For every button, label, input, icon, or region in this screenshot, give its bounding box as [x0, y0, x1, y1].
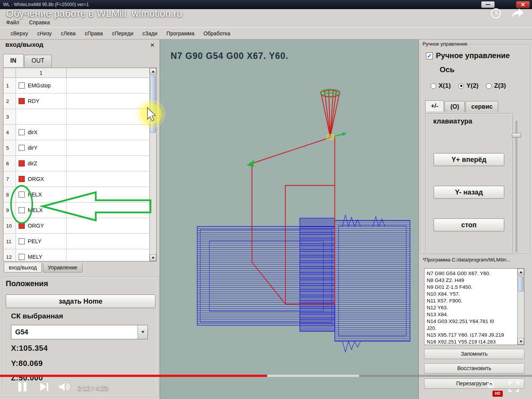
- jog-tabs: +/- (О) сервис: [425, 101, 499, 112]
- io-label: ORGX: [28, 176, 44, 182]
- manual-enable-checkbox[interactable]: ✓: [426, 52, 433, 59]
- video-title[interactable]: Обучение работе в WLMill. wlmotion.ru: [6, 8, 182, 19]
- io-checkbox[interactable]: [19, 223, 25, 229]
- io-table-scrollbar[interactable]: [149, 68, 156, 261]
- toolbar-processing[interactable]: Обработка: [203, 30, 230, 36]
- io-checkbox[interactable]: [19, 238, 25, 244]
- io-checkbox[interactable]: [19, 98, 25, 104]
- toolbar-view-front[interactable]: сПереди: [112, 30, 133, 36]
- positions-title: Положения: [3, 279, 158, 288]
- radio-axis-z[interactable]: Z(3): [486, 82, 506, 90]
- radio-dot[interactable]: [431, 83, 436, 89]
- io-checkbox[interactable]: [19, 192, 25, 198]
- table-row[interactable]: 2RDY: [3, 93, 156, 109]
- toolbar-program[interactable]: Программа: [166, 30, 194, 36]
- io-checkbox[interactable]: [19, 207, 25, 213]
- tab-o[interactable]: (О): [445, 101, 465, 112]
- tab-service[interactable]: сервис: [466, 101, 498, 112]
- row-number: 12: [3, 249, 16, 261]
- share-icon[interactable]: [511, 8, 524, 19]
- tool-position-marker: [247, 132, 347, 167]
- stop-button[interactable]: стоп: [434, 218, 504, 231]
- radio-dot[interactable]: [458, 83, 464, 89]
- fullscreen-icon[interactable]: [508, 382, 519, 392]
- x-position-value: X:105.354: [11, 344, 48, 353]
- table-row[interactable]: 5dirY: [3, 140, 156, 156]
- program-text-area[interactable]: N7 G90 G54 G00 X67. Y60. N8 G43 Z2. H49 …: [424, 268, 524, 345]
- pause-icon[interactable]: [17, 382, 27, 392]
- scroll-up-icon[interactable]: [150, 68, 156, 74]
- table-row[interactable]: 6dirZ: [3, 156, 156, 171]
- video-progress-track[interactable]: [0, 375, 532, 377]
- io-checkbox[interactable]: [19, 176, 25, 182]
- gcode-line: N14 G03 X92.251 Y64.781 I0: [427, 318, 516, 325]
- chevron-down-icon[interactable]: [138, 325, 147, 339]
- speed-slider-track[interactable]: [516, 121, 517, 252]
- axis-radio-group: X(1) Y(2) Z(3): [431, 82, 506, 90]
- radio-axis-x[interactable]: X(1): [431, 82, 451, 90]
- manual-group-caption: Ручное управление: [421, 41, 469, 47]
- io-label: dirY: [28, 145, 38, 151]
- next-icon[interactable]: [40, 382, 49, 392]
- tab-out[interactable]: OUT: [24, 55, 52, 68]
- menu-help[interactable]: Справка: [29, 19, 50, 25]
- io-table: 1 1EMGstop 2RDY 3 4dirX 5dirY 6dirZ 7ORG…: [3, 68, 157, 261]
- toolbar-view-back[interactable]: сЗади: [142, 30, 157, 36]
- scrollbar-thumb[interactable]: [518, 276, 524, 291]
- io-checkbox[interactable]: [19, 129, 25, 135]
- tab-in[interactable]: IN: [3, 54, 24, 67]
- table-row[interactable]: 7ORGX: [3, 171, 156, 187]
- toolpath-viewport[interactable]: N7 G90 G54 G00 X67. Y60.: [160, 40, 419, 399]
- minimize-button[interactable]: [481, 1, 495, 8]
- table-row[interactable]: 4dirX: [3, 125, 156, 140]
- io-label: PELX: [28, 192, 42, 198]
- tab-plus-minus[interactable]: +/-: [425, 100, 444, 111]
- toolbar-view-left[interactable]: сЛева: [61, 30, 76, 36]
- keyboard-label: клавиатура: [433, 117, 472, 125]
- table-row[interactable]: 8PELX: [3, 187, 156, 203]
- settings-gear-icon[interactable]: ⚙: [486, 379, 495, 391]
- jog-back-button[interactable]: Y- назад: [434, 186, 504, 199]
- volume-icon[interactable]: [59, 382, 71, 392]
- io-label: EMGstop: [28, 82, 51, 89]
- radio-axis-y[interactable]: Y(2): [458, 82, 478, 90]
- table-row[interactable]: 3: [3, 109, 156, 125]
- toolbar-view-bottom[interactable]: сНизу: [37, 30, 52, 36]
- radio-dot[interactable]: [486, 83, 492, 89]
- tool-cone: [320, 89, 340, 137]
- table-row[interactable]: 9MELX: [3, 203, 156, 218]
- table-row[interactable]: 10ORGY: [3, 218, 156, 234]
- menu-file[interactable]: Файл: [6, 19, 19, 25]
- io-table-header: 1: [3, 68, 156, 78]
- table-row[interactable]: 12MELY: [3, 249, 156, 261]
- watch-later-icon[interactable]: [490, 8, 502, 19]
- gcode-line: N13 X84.: [427, 311, 516, 318]
- video-time: 2:12 / 4:23: [78, 385, 108, 392]
- toolbar-view-top[interactable]: сВерху: [11, 30, 28, 36]
- io-label: MELX: [28, 207, 43, 213]
- dock-tab-control[interactable]: Управление: [43, 263, 82, 272]
- scroll-up-icon[interactable]: [518, 269, 524, 275]
- table-row[interactable]: 1EMGstop: [3, 78, 156, 93]
- table-row[interactable]: 11PELY: [3, 234, 156, 249]
- scroll-down-icon[interactable]: [150, 255, 156, 261]
- io-checkbox[interactable]: [19, 254, 25, 260]
- restore-button[interactable]: Восстановить: [424, 363, 524, 374]
- io-checkbox[interactable]: [19, 160, 25, 166]
- scroll-down-icon[interactable]: [518, 338, 524, 345]
- close-window-button[interactable]: [516, 1, 530, 8]
- speed-slider-thumb[interactable]: [512, 133, 521, 138]
- io-label: MELY: [28, 254, 42, 260]
- program-scrollbar[interactable]: [517, 269, 524, 345]
- io-panel-close-icon[interactable]: ✕: [148, 41, 157, 49]
- remember-button[interactable]: Запомнить: [424, 349, 524, 359]
- toolbar-view-right[interactable]: сПрава: [85, 30, 103, 36]
- jog-forward-button[interactable]: Y+ вперёд: [434, 153, 504, 166]
- io-checkbox[interactable]: [19, 82, 25, 89]
- io-checkbox[interactable]: [19, 145, 25, 151]
- scrollbar-thumb[interactable]: [150, 76, 156, 133]
- toolpath-3d-view[interactable]: [160, 40, 419, 399]
- cs-dropdown[interactable]: G54: [11, 325, 148, 339]
- set-home-button[interactable]: задать Home: [6, 294, 155, 308]
- dock-tab-io[interactable]: вход/выход: [4, 263, 42, 272]
